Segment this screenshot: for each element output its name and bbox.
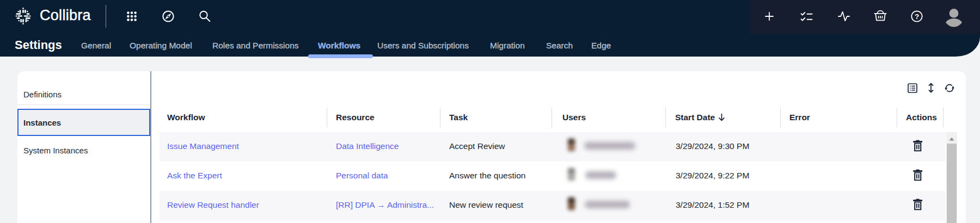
- svg-text:?: ?: [915, 13, 919, 21]
